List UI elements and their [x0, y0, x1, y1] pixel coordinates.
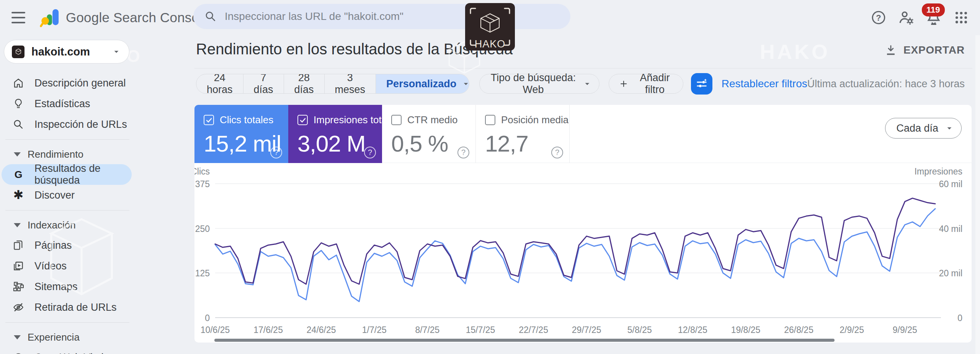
- range-personalizado[interactable]: Personalizado: [376, 74, 469, 93]
- core-web-vitals-icon: [12, 351, 24, 354]
- section-label: Indexación: [28, 219, 76, 231]
- help-icon[interactable]: ?: [457, 147, 469, 158]
- topbar-actions: ? 119: [870, 0, 970, 35]
- svg-text:26/8/25: 26/8/25: [784, 325, 813, 335]
- sidebar-item-estadisticas[interactable]: Estadísticas: [2, 93, 132, 114]
- metric-checkbox-average-position[interactable]: [485, 115, 495, 125]
- help-icon[interactable]: ?: [870, 9, 887, 26]
- notification-badge: 119: [922, 3, 945, 16]
- reset-filters-link[interactable]: Restablecer filtros: [722, 78, 807, 90]
- range-3-meses[interactable]: 3 meses: [325, 74, 376, 93]
- tune-sparkle-icon: [695, 77, 708, 90]
- sidebar-item-sitemaps[interactable]: Sitemaps: [2, 276, 132, 297]
- export-button[interactable]: EXPORTAR: [884, 44, 965, 57]
- metric-card-total-clicks[interactable]: Clics totales15,2 mil?: [194, 105, 288, 163]
- sidebar-item-inspeccion-de-urls[interactable]: Inspección de URLs: [2, 114, 132, 135]
- vertical-scrollbar-track[interactable]: [975, 35, 980, 354]
- metric-card-total-impressions[interactable]: Impresiones total...3,02 M?: [288, 105, 382, 163]
- metric-checkbox-total-clicks[interactable]: [204, 115, 214, 125]
- sitemap-icon: [12, 281, 24, 293]
- filter-tune-button[interactable]: [691, 73, 712, 95]
- help-icon[interactable]: ?: [551, 147, 563, 158]
- sidebar-nav: Descripción generalEstadísticasInspecció…: [0, 73, 135, 354]
- url-removal-icon: [12, 301, 24, 313]
- range-28-días[interactable]: 28 días: [284, 74, 325, 93]
- performance-panel: Clics totales15,2 mil?Impresiones total.…: [194, 105, 972, 343]
- svg-text:Clics: Clics: [194, 166, 210, 176]
- settings-user-icon[interactable]: [897, 9, 915, 26]
- property-name: hakoit.com: [31, 46, 105, 58]
- main-content: Rendimiento en los resultados de la Búsq…: [135, 35, 980, 354]
- svg-text:0: 0: [957, 313, 962, 323]
- horizontal-scrollbar-thumb[interactable]: [214, 339, 835, 342]
- svg-text:250: 250: [195, 224, 210, 234]
- sidebar-item-label: Páginas: [34, 240, 72, 251]
- gsc-logo[interactable]: Google Search Console: [40, 8, 210, 27]
- sidebar-item-core-web-vitals[interactable]: Core Web Vitals: [2, 347, 132, 354]
- home-icon: [12, 77, 24, 89]
- svg-text:40 mil: 40 mil: [939, 224, 962, 234]
- sidebar-section-rendimiento[interactable]: Rendimiento: [0, 144, 135, 164]
- search-icon: [204, 10, 217, 23]
- sidebar-item-label: Resultados de búsqueda: [34, 163, 132, 186]
- svg-text:22/7/25: 22/7/25: [519, 325, 548, 335]
- sidebar-item-videos[interactable]: Vídeos: [2, 256, 132, 276]
- performance-chart: 37560 mil25040 mil12520 mil00ClicsImpres…: [194, 163, 972, 343]
- sidebar-item-discover[interactable]: ✱Discover: [2, 185, 132, 206]
- svg-text:17/6/25: 17/6/25: [253, 325, 283, 335]
- add-filter-button[interactable]: Añadir filtro: [609, 74, 683, 94]
- svg-text:125: 125: [195, 268, 210, 278]
- metric-cards-row: Clics totales15,2 mil?Impresiones total.…: [194, 105, 972, 163]
- svg-text:✱: ✱: [13, 189, 24, 201]
- metric-card-average-position[interactable]: Posición media12,7?: [476, 105, 570, 163]
- sidebar-section-indexacion[interactable]: Indexación: [0, 215, 135, 235]
- last-update-text: Última actualización: hace 3 horas: [807, 78, 965, 90]
- svg-text:1/7/25: 1/7/25: [362, 325, 387, 335]
- metric-label: Impresiones total...: [314, 114, 382, 126]
- metric-label: CTR medio: [407, 114, 457, 126]
- sidebar-divider: [5, 210, 129, 210]
- property-selector[interactable]: hakoit.com: [4, 40, 129, 64]
- search-icon: [12, 118, 24, 131]
- sidebar-divider: [5, 322, 129, 323]
- search-type-filter[interactable]: Tipo de búsqueda: Web: [479, 74, 599, 94]
- metric-cards: Clics totales15,2 mil?Impresiones total.…: [194, 105, 570, 163]
- metric-label: Posición media: [501, 114, 568, 126]
- help-icon[interactable]: ?: [270, 147, 282, 158]
- svg-text:8/7/25: 8/7/25: [415, 325, 439, 335]
- app-title: Google Search Console: [66, 10, 210, 25]
- top-app-bar: Google Search Console HAKO ?: [0, 0, 980, 35]
- help-icon[interactable]: ?: [364, 147, 376, 158]
- sidebar-item-retirada-de-urls[interactable]: Retirada de URLs: [2, 297, 132, 318]
- menu-icon[interactable]: [11, 12, 27, 23]
- svg-text:0: 0: [205, 313, 210, 323]
- svg-text:5/8/25: 5/8/25: [627, 325, 652, 335]
- sidebar-section-experiencia[interactable]: Experiencia: [0, 327, 135, 347]
- sidebar-item-label: Core Web Vitals: [34, 352, 109, 354]
- apps-grid-icon[interactable]: [952, 9, 970, 26]
- property-favicon: [12, 46, 24, 58]
- metric-label: Clics totales: [220, 114, 273, 126]
- range-24-horas[interactable]: 24 horas: [196, 74, 243, 93]
- header-divider: [194, 68, 972, 69]
- granularity-selector[interactable]: Cada día: [885, 118, 962, 139]
- svg-text:60 mil: 60 mil: [939, 179, 962, 189]
- sidebar-item-resultados-de-busqueda[interactable]: GResultados de búsqueda: [2, 164, 132, 185]
- section-label: Rendimiento: [28, 148, 83, 160]
- svg-text:29/7/25: 29/7/25: [572, 325, 601, 335]
- svg-text:19/8/25: 19/8/25: [731, 325, 761, 335]
- gsc-logo-icon: [40, 8, 60, 27]
- metric-checkbox-average-ctr[interactable]: [391, 115, 402, 125]
- filter-bar: 24 horas7 días28 días3 mesesPersonalizad…: [196, 72, 965, 96]
- hako-site-logo: HAKO: [465, 3, 515, 51]
- sidebar-item-label: Inspección de URLs: [34, 119, 127, 131]
- sidebar: hakoit.com Descripción generalEstadístic…: [0, 35, 135, 354]
- google-g-icon: G: [12, 168, 24, 181]
- svg-text:12/8/25: 12/8/25: [678, 325, 707, 335]
- sidebar-item-descripcion-general[interactable]: Descripción general: [2, 73, 132, 93]
- notifications-bell-icon[interactable]: 119: [925, 9, 942, 26]
- range-7-días[interactable]: 7 días: [243, 74, 284, 93]
- metric-checkbox-total-impressions[interactable]: [297, 115, 308, 125]
- metric-card-average-ctr[interactable]: CTR medio0,5 %?: [382, 105, 476, 163]
- sidebar-item-paginas[interactable]: Páginas: [2, 235, 132, 256]
